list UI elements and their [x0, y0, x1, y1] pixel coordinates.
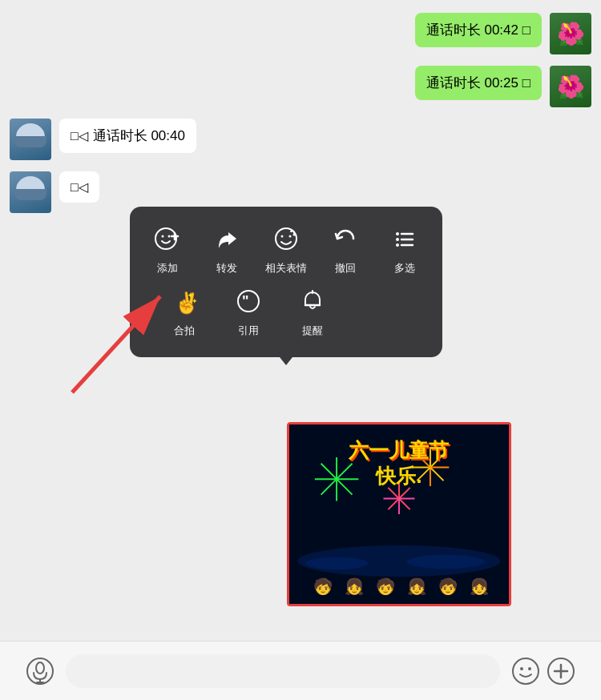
message-text-1: 通话时长 00:42 □	[426, 22, 530, 38]
multiselect-label: 多选	[394, 261, 415, 276]
related-label: 相关表情	[265, 261, 307, 276]
svg-text:🧒: 🧒	[438, 577, 458, 596]
video-call-icon-2: □◁	[71, 179, 88, 195]
svg-text:快乐.: 快乐.	[375, 465, 422, 487]
svg-point-1	[162, 235, 164, 238]
add-label: 添加	[157, 261, 178, 276]
message-bubble-4: □◁	[59, 171, 99, 203]
svg-point-66	[528, 667, 531, 670]
quote-label: 引用	[238, 324, 259, 338]
svg-point-61	[36, 662, 44, 674]
context-menu-item-forward[interactable]: 转发	[201, 221, 252, 276]
message-bubble-2: 通话时长 00:25 □	[415, 66, 542, 100]
svg-point-50	[305, 557, 368, 570]
add-emoji-icon	[150, 221, 185, 256]
svg-text:👧: 👧	[407, 577, 427, 596]
svg-point-14	[396, 243, 399, 247]
revoke-icon	[328, 221, 363, 256]
emoji-button[interactable]	[508, 654, 543, 689]
message-text-3: 通话时长 00:40	[93, 127, 185, 145]
collab-icon: ✌ ✦ ✦	[167, 284, 202, 319]
svg-text:👧: 👧	[470, 577, 490, 596]
svg-point-12	[396, 238, 399, 241]
sticker-image-box: ✦ ✧ ✦ ✦ ✧ ✦ ✦ ✧ ✦	[287, 422, 511, 606]
remind-icon	[295, 284, 330, 319]
message-text-2: 通话时长 00:25 □	[426, 75, 530, 91]
svg-point-7	[289, 235, 292, 238]
svg-text:六一儿童节: 六一儿童节	[348, 439, 450, 461]
message-row-outgoing-2: 通话时长 00:25 □ 🌺	[10, 66, 591, 107]
svg-point-8	[293, 234, 296, 236]
avatar-incoming-2	[10, 171, 51, 213]
svg-text:🧒: 🧒	[376, 577, 396, 596]
sticker-inner: ✦ ✧ ✦ ✦ ✧ ✦ ✦ ✧ ✦	[289, 424, 509, 604]
svg-point-10	[396, 232, 399, 235]
svg-point-0	[155, 228, 176, 249]
context-menu-item-related[interactable]: 相关表情	[260, 221, 312, 276]
svg-point-51	[407, 555, 485, 569]
message-bubble-1: 通话时长 00:42 □	[415, 13, 542, 47]
quote-icon: "	[231, 284, 266, 319]
context-menu-row-1: 添加 转发 相关表情	[138, 221, 434, 276]
context-menu-item-add[interactable]: 添加	[142, 221, 193, 276]
svg-text:✦: ✦	[192, 297, 198, 305]
message-row-incoming-1: □◁ 通话时长 00:40	[10, 119, 591, 160]
avatar-outgoing-1: 🌺	[550, 13, 591, 54]
svg-text:🧒: 🧒	[313, 577, 333, 596]
forward-icon	[209, 221, 244, 256]
forward-label: 转发	[216, 261, 237, 276]
context-menu-item-multiselect[interactable]: 多选	[379, 221, 430, 276]
context-menu: 添加 转发 相关表情	[130, 207, 442, 357]
context-menu-item-revoke[interactable]: 撤回	[320, 221, 371, 276]
svg-point-6	[281, 235, 284, 238]
context-menu-item-collab[interactable]: ✌ ✦ ✦ 合拍	[152, 284, 216, 338]
avatar-incoming-1	[10, 119, 51, 160]
svg-text:": "	[242, 293, 249, 309]
avatar-outgoing-2: 🌺	[550, 66, 591, 107]
multiselect-icon	[387, 221, 422, 256]
message-bubble-3: □◁ 通话时长 00:40	[59, 119, 196, 153]
svg-point-2	[168, 235, 171, 238]
svg-point-65	[520, 667, 523, 670]
context-menu-item-remind[interactable]: 提醒	[280, 284, 345, 338]
message-row-outgoing-1: 通话时长 00:42 □ 🌺	[10, 13, 591, 54]
context-menu-item-quote[interactable]: " 引用	[216, 284, 280, 338]
related-emoji-icon	[268, 221, 304, 256]
context-menu-row-2: ✌ ✦ ✦ 合拍 " 引用	[138, 284, 434, 338]
voice-button[interactable]	[22, 654, 58, 689]
video-call-icon: □◁	[71, 128, 88, 143]
bottom-toolbar	[0, 641, 601, 700]
svg-point-64	[513, 658, 538, 684]
text-input-area[interactable]	[66, 654, 500, 688]
collab-label: 合拍	[174, 324, 195, 338]
remind-label: 提醒	[302, 324, 323, 338]
add-button[interactable]	[543, 654, 579, 689]
revoke-label: 撤回	[335, 261, 356, 276]
svg-text:👧: 👧	[345, 577, 365, 596]
